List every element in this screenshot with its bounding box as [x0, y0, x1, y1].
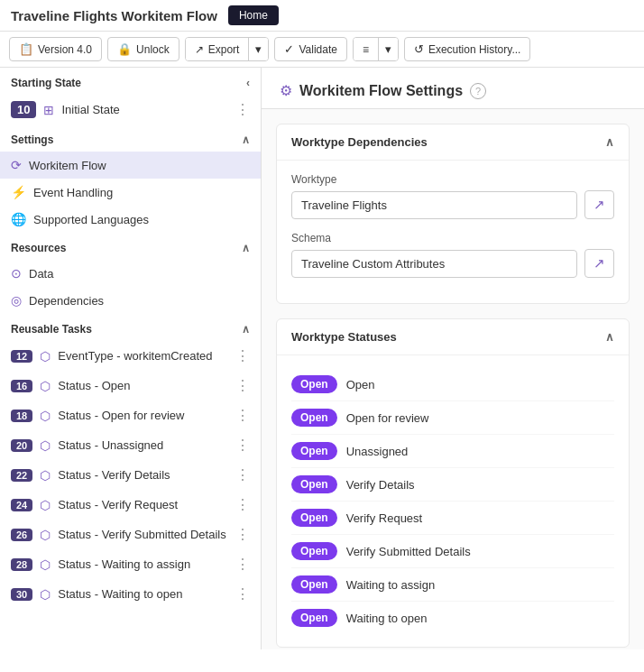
- task-badge: 24: [11, 499, 32, 511]
- status-label: Verify Details: [346, 478, 415, 492]
- schema-input[interactable]: [291, 250, 577, 278]
- list-button-group: ≡ ▾: [353, 37, 399, 61]
- worktype-link-button[interactable]: ↗: [584, 190, 614, 219]
- task-label: Status - Unassigned: [58, 438, 228, 452]
- status-item: Open Open for review: [291, 401, 614, 435]
- worktype-dependencies-card: Worktype Dependencies ∧ Worktype ↗ Schem…: [276, 124, 630, 304]
- sidebar-task-item[interactable]: 28 ⬡ Status - Waiting to assign ⋮: [0, 549, 261, 579]
- initial-state-label: Initial State: [61, 103, 228, 116]
- sidebar-task-item[interactable]: 30 ⬡ Status - Waiting to open ⋮: [0, 579, 261, 609]
- list-dropdown[interactable]: ▾: [378, 38, 398, 60]
- export-label: Export: [208, 43, 240, 56]
- data-icon: ⊙: [11, 266, 22, 281]
- task-menu-icon[interactable]: ⋮: [235, 585, 250, 603]
- task-icon: ⬡: [40, 528, 51, 542]
- task-menu-icon[interactable]: ⋮: [235, 466, 250, 483]
- worktype-dependencies-chevron-icon[interactable]: ∧: [605, 135, 614, 149]
- task-icon: ⬡: [40, 438, 51, 453]
- resources-chevron-icon[interactable]: ∧: [242, 242, 250, 254]
- task-menu-icon[interactable]: ⋮: [235, 377, 250, 394]
- task-label: Status - Open for review: [58, 409, 228, 422]
- worktype-link-icon: ↗: [593, 197, 605, 212]
- task-menu-icon[interactable]: ⋮: [235, 437, 250, 454]
- sidebar-task-item[interactable]: 24 ⬡ Status - Verify Request ⋮: [0, 490, 261, 520]
- help-icon[interactable]: ?: [470, 83, 486, 99]
- status-label: Verify Submitted Details: [346, 545, 471, 558]
- task-label: Status - Verify Details: [58, 468, 228, 482]
- task-menu-icon[interactable]: ⋮: [235, 556, 250, 573]
- sidebar-task-item[interactable]: 16 ⬡ Status - Open ⋮: [0, 371, 261, 400]
- unlock-button[interactable]: 🔒 Unlock: [107, 37, 179, 61]
- worktype-statuses-chevron-icon[interactable]: ∧: [605, 330, 614, 344]
- sidebar-task-item[interactable]: 26 ⬡ Status - Verify Submitted Details ⋮: [0, 520, 261, 549]
- sidebar-task-item[interactable]: 22 ⬡ Status - Verify Details ⋮: [0, 460, 261, 490]
- schema-link-button[interactable]: ↗: [584, 249, 614, 278]
- sidebar-task-item[interactable]: 20 ⬡ Status - Unassigned ⋮: [0, 430, 261, 460]
- task-menu-icon[interactable]: ⋮: [235, 496, 250, 513]
- task-menu-icon[interactable]: ⋮: [235, 526, 250, 543]
- task-icon: ⬡: [40, 349, 51, 364]
- status-item: Open Waiting to assign: [291, 568, 614, 602]
- list-chevron-icon: ▾: [385, 42, 391, 56]
- sidebar-task-item[interactable]: 12 ⬡ EventType - workitemCreated ⋮: [0, 341, 261, 371]
- task-icon: ⬡: [40, 379, 51, 393]
- task-icon: ⬡: [40, 587, 51, 602]
- export-main[interactable]: ↗ Export: [186, 38, 249, 60]
- export-dropdown[interactable]: ▾: [248, 38, 268, 60]
- status-item: Open Verify Request: [291, 502, 614, 535]
- execution-history-button[interactable]: ↺ Execution History...: [404, 37, 530, 61]
- sidebar-task-item[interactable]: 18 ⬡ Status - Open for review ⋮: [0, 400, 261, 430]
- settings-label: Settings: [11, 133, 53, 146]
- chevron-down-icon: ▾: [255, 42, 262, 56]
- status-badge: Open: [291, 409, 337, 427]
- home-button[interactable]: Home: [228, 5, 279, 25]
- task-icon: ⬡: [40, 468, 51, 483]
- data-label: Data: [29, 267, 250, 281]
- task-badge: 26: [11, 529, 32, 541]
- history-icon: ↺: [414, 42, 424, 56]
- status-label: Open: [346, 378, 375, 391]
- status-badge: Open: [291, 542, 337, 560]
- panel-title: Workitem Flow Settings: [299, 83, 463, 99]
- sidebar-item-event-handling[interactable]: ⚡ Event Handling: [0, 179, 261, 206]
- sidebar-item-workitem-flow[interactable]: ⟳ Workitem Flow: [0, 152, 261, 179]
- status-label: Open for review: [346, 411, 429, 425]
- execution-history-label: Execution History...: [428, 43, 520, 56]
- status-label: Waiting to assign: [346, 578, 436, 592]
- worktype-input[interactable]: [291, 191, 577, 219]
- status-item: Open Verify Details: [291, 468, 614, 502]
- task-badge: 18: [11, 410, 32, 422]
- main-layout: Starting State ‹ 10 ⊞ Initial State ⋮ Se…: [0, 68, 644, 649]
- sidebar-item-supported-languages[interactable]: 🌐 Supported Languages: [0, 206, 261, 233]
- lock-icon: 🔒: [117, 42, 132, 56]
- starting-state-label: Starting State: [11, 77, 81, 89]
- sidebar-item-dependencies[interactable]: ◎ Dependencies: [0, 287, 261, 314]
- export-icon: ↗: [195, 43, 204, 56]
- initial-state-row: 10 ⊞ Initial State ⋮: [0, 95, 261, 124]
- status-badge: Open: [291, 375, 337, 393]
- event-handling-icon: ⚡: [11, 185, 26, 199]
- task-label: Status - Open: [58, 379, 228, 392]
- sidebar-item-data[interactable]: ⊙ Data: [0, 260, 261, 287]
- version-button[interactable]: 📋 Version 4.0: [9, 37, 102, 61]
- unlock-label: Unlock: [136, 43, 170, 56]
- tasks-list: 12 ⬡ EventType - workitemCreated ⋮ 16 ⬡ …: [0, 341, 261, 609]
- validate-button[interactable]: ✓ Validate: [274, 37, 346, 61]
- reusable-tasks-chevron-icon[interactable]: ∧: [242, 323, 250, 336]
- task-icon: ⬡: [40, 498, 51, 512]
- app-title: Traveline Flights Workitem Flow: [11, 8, 217, 23]
- starting-state-chevron[interactable]: ‹: [246, 77, 250, 89]
- status-label: Unassigned: [346, 445, 409, 458]
- task-menu-icon[interactable]: ⋮: [235, 407, 250, 424]
- worktype-dependencies-body: Worktype ↗ Schema ↗: [277, 161, 629, 303]
- task-label: Status - Waiting to open: [58, 587, 228, 601]
- settings-chevron-icon[interactable]: ∧: [242, 133, 250, 146]
- worktype-statuses-body: Open Open Open Open for review Open Unas…: [277, 355, 629, 647]
- list-main[interactable]: ≡: [354, 38, 378, 60]
- initial-state-menu[interactable]: ⋮: [235, 101, 250, 118]
- status-badge: Open: [291, 509, 337, 527]
- panel-header: ⚙ Workitem Flow Settings ?: [262, 68, 644, 109]
- task-menu-icon[interactable]: ⋮: [235, 347, 250, 364]
- task-label: Status - Verify Request: [58, 498, 228, 511]
- validate-label: Validate: [299, 43, 336, 56]
